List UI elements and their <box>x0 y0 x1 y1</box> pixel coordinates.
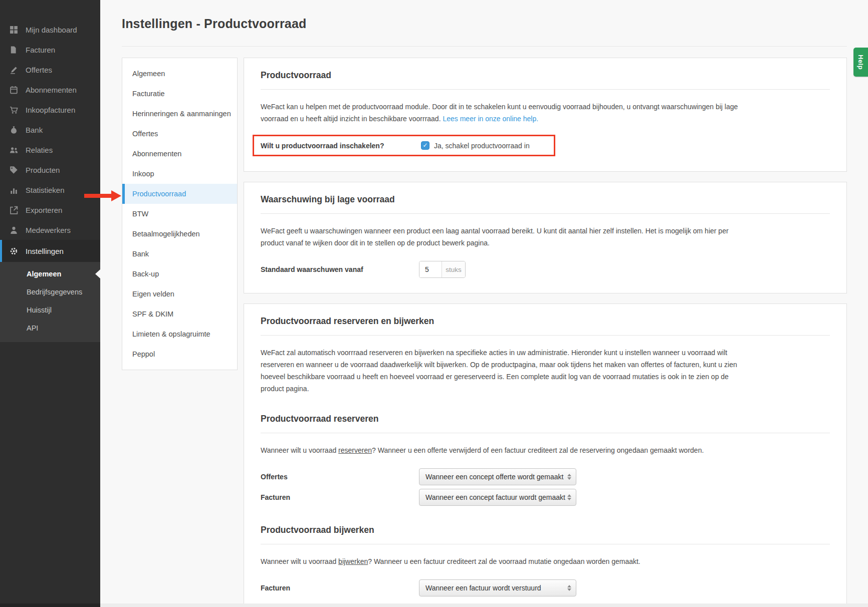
card-productvoorraad: Productvoorraad WeFact kan u helpen met … <box>244 58 847 172</box>
sidebar-item-label: Bank <box>26 126 43 134</box>
card-intro: WeFact geeft u waarschuwingen wanneer ee… <box>261 225 744 249</box>
card-divider <box>261 213 830 214</box>
sidebar-item-mijn-dashboard[interactable]: Mijn dashboard <box>0 20 100 40</box>
reserveren-facturen-select[interactable]: Wanneer een concept factuur wordt gemaak… <box>419 489 576 506</box>
settings-nav-item-bank[interactable]: Bank <box>122 244 237 264</box>
sidebar-item-label: Mijn dashboard <box>26 26 77 34</box>
gear-icon <box>10 247 18 255</box>
card-title: Waarschuwing bij lage voorraad <box>261 194 830 205</box>
offertes-label: Offertes <box>261 473 419 481</box>
sidebar-item-label: Statistieken <box>26 186 65 194</box>
sidebar-subitem-huisstijl[interactable]: Huisstijl <box>0 301 100 319</box>
sidebar-submenu: Algemeen Bedrijfsgegevens Huisstijl API <box>0 262 100 342</box>
section-divider <box>261 433 830 433</box>
enable-productvoorraad-checkbox[interactable] <box>421 141 429 150</box>
settings-nav-item-facturatie[interactable]: Facturatie <box>122 84 237 104</box>
enable-question-label: Wilt u productvoorraad inschakelen? <box>261 142 421 150</box>
select-caret-icon <box>567 494 571 500</box>
tag-icon <box>10 166 18 174</box>
sidebar-item-relaties[interactable]: Relaties <box>0 140 100 160</box>
moneybag-icon <box>10 126 18 134</box>
settings-nav-item-limieten[interactable]: Limieten & opslagruimte <box>122 324 237 344</box>
dashboard-icon <box>10 26 18 34</box>
sidebar-subitem-bedrijfsgegevens[interactable]: Bedrijfsgegevens <box>0 283 100 301</box>
sidebar-item-bank[interactable]: Bank <box>0 120 100 140</box>
sidebar-item-inkoopfacturen[interactable]: Inkoopfacturen <box>0 100 100 120</box>
sidebar-item-label: Producten <box>26 166 60 174</box>
sidebar-item-label: Instellingen <box>26 247 64 255</box>
page-title: Instellingen - Productvoorraad <box>122 17 847 31</box>
select-caret-icon <box>567 585 571 591</box>
settings-nav-item-btw[interactable]: BTW <box>122 204 237 224</box>
sidebar-item-label: Exporteren <box>26 206 62 214</box>
active-notch-icon <box>95 269 100 278</box>
sidebar-item-facturen[interactable]: Facturen <box>0 40 100 60</box>
section-reserveren: Productvoorraad reserveren Wanneer wilt … <box>261 414 830 506</box>
sidebar-item-label: Relaties <box>26 146 53 154</box>
settings-nav-item-betaalmogelijkheden[interactable]: Betaalmogelijkheden <box>122 224 237 244</box>
settings-nav-item-offertes[interactable]: Offertes <box>122 124 237 144</box>
threshold-input[interactable] <box>419 261 442 277</box>
settings-nav-item-eigen-velden[interactable]: Eigen velden <box>122 284 237 304</box>
invoice-icon <box>10 46 18 54</box>
sidebar-item-label: Inkoopfacturen <box>26 106 75 114</box>
sidebar-item-offertes[interactable]: Offertes <box>0 60 100 80</box>
card-divider <box>261 89 830 90</box>
reserveren-offertes-select[interactable]: Wanneer een concept offerte wordt gemaak… <box>419 468 576 485</box>
bottom-edge <box>0 603 100 607</box>
threshold-unit-addon: stuks <box>442 261 465 277</box>
sidebar-subitem-api[interactable]: API <box>0 319 100 337</box>
users-icon <box>10 146 18 154</box>
settings-nav-item-backup[interactable]: Back-up <box>122 264 237 284</box>
settings-nav-item-peppol[interactable]: Peppol <box>122 344 237 364</box>
card-intro: WeFact zal automatisch voorrraad reserve… <box>261 347 744 395</box>
sidebar-item-label: Medewerkers <box>26 226 71 234</box>
section-bijwerken: Productvoorraad bijwerken Wanneer wilt u… <box>261 525 830 596</box>
sidebar-item-abonnementen[interactable]: Abonnementen <box>0 80 100 100</box>
help-tab[interactable]: Help <box>853 48 868 77</box>
sidebar: Mijn dashboard Facturen Offertes Abonnem… <box>0 0 100 607</box>
online-help-link[interactable]: Lees meer in onze online help. <box>443 115 538 123</box>
sidebar-item-label: Facturen <box>26 46 55 54</box>
select-caret-icon <box>567 474 571 480</box>
settings-nav: Algemeen Facturatie Herinneringen & aanm… <box>122 58 238 370</box>
sidebar-item-statistieken[interactable]: Statistieken <box>0 180 100 200</box>
pencil-icon <box>10 66 18 74</box>
person-icon <box>10 226 18 234</box>
sidebar-item-label: Offertes <box>26 66 52 74</box>
settings-nav-item-algemeen[interactable]: Algemeen <box>122 64 237 84</box>
section-title: Productvoorraad reserveren <box>261 414 830 424</box>
enable-checkbox-label: Ja, schakel productvoorraad in <box>434 142 530 150</box>
threshold-label: Standaard waarschuwen vanaf <box>261 265 419 273</box>
sidebar-item-label: Abonnementen <box>26 86 77 94</box>
sidebar-subitem-algemeen[interactable]: Algemeen <box>0 265 100 283</box>
header-divider <box>122 46 847 47</box>
export-icon <box>10 206 18 214</box>
settings-nav-item-herinneringen[interactable]: Herinneringen & aanmaningen <box>122 104 237 124</box>
card-divider <box>261 335 830 336</box>
settings-nav-item-productvoorraad[interactable]: Productvoorraad <box>122 184 237 204</box>
sidebar-item-producten[interactable]: Producten <box>0 160 100 180</box>
settings-nav-item-spf-dkim[interactable]: SPF & DKIM <box>122 304 237 324</box>
bar-chart-icon <box>10 186 18 194</box>
card-title: Productvoorraad <box>261 70 830 81</box>
settings-nav-item-abonnementen[interactable]: Abonnementen <box>122 144 237 164</box>
annotation-red-box: Wilt u productvoorraad inschakelen? Ja, … <box>253 135 555 156</box>
section-text: Wanneer wilt u voorraad reserveren? Wann… <box>261 444 744 456</box>
card-intro: WeFact kan u helpen met de productvoorra… <box>261 101 744 125</box>
calendar-icon <box>10 86 18 94</box>
sidebar-item-exporteren[interactable]: Exporteren <box>0 200 100 220</box>
bijwerken-facturen-select[interactable]: Wanneer een factuur wordt verstuurd <box>419 579 576 596</box>
card-reserveren-bijwerken: Productvoorraad reserveren en bijwerken … <box>244 304 847 607</box>
sidebar-item-instellingen[interactable]: Instellingen <box>0 240 100 262</box>
settings-nav-item-inkoop[interactable]: Inkoop <box>122 164 237 184</box>
sidebar-item-medewerkers[interactable]: Medewerkers <box>0 220 100 240</box>
facturen-label: Facturen <box>261 493 419 501</box>
threshold-input-group: stuks <box>419 261 466 278</box>
card-title: Productvoorraad reserveren en bijwerken <box>261 316 830 327</box>
cart-icon <box>10 106 18 114</box>
section-title: Productvoorraad bijwerken <box>261 525 830 535</box>
main-content: Instellingen - Productvoorraad Algemeen … <box>100 0 868 607</box>
section-divider <box>261 544 830 544</box>
card-lage-voorraad: Waarschuwing bij lage voorraad WeFact ge… <box>244 182 847 293</box>
